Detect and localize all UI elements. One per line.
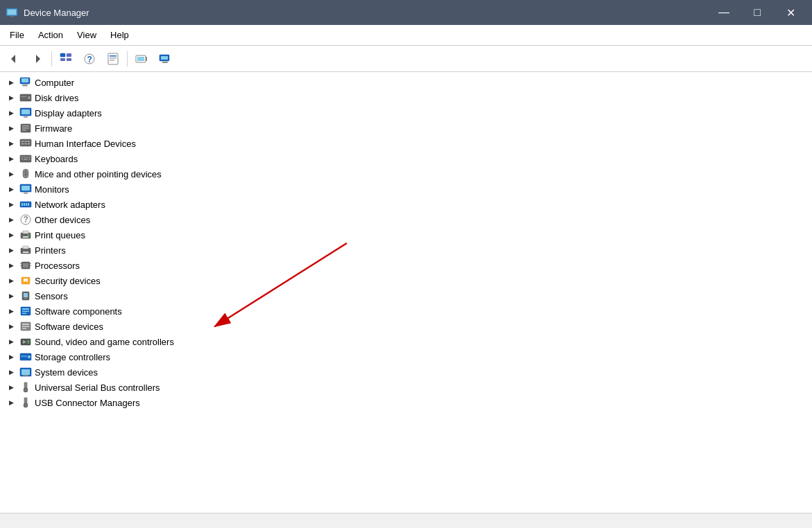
- expand-chevron-icon[interactable]: ▶: [6, 275, 17, 286]
- tree-item[interactable]: ▶Keyboards: [0, 151, 812, 166]
- svg-rect-1: [8, 10, 16, 15]
- tree-item[interactable]: ▶?Other devices: [0, 212, 812, 227]
- device-category-label: Other devices: [35, 215, 90, 225]
- tree-item[interactable]: ▶Sensors: [0, 288, 812, 303]
- device-category-label: Sound, video and game controllers: [35, 337, 174, 347]
- tree-item[interactable]: ▶Security devices: [0, 273, 812, 288]
- tree-item[interactable]: ▶Software devices: [0, 319, 812, 334]
- svg-rect-70: [23, 252, 28, 253]
- menu-bar: File Action View Help: [0, 25, 812, 46]
- svg-rect-47: [29, 157, 31, 158]
- device-category-icon: [19, 351, 32, 363]
- expand-chevron-icon[interactable]: ▶: [6, 260, 17, 271]
- svg-rect-100: [23, 375, 28, 376]
- maximize-button[interactable]: □: [741, 0, 773, 25]
- device-category-icon: [19, 183, 32, 195]
- tree-item[interactable]: ▶Software components: [0, 303, 812, 319]
- window-controls: — □ ✕: [708, 0, 806, 25]
- svg-point-96: [28, 355, 31, 358]
- device-category-icon: [19, 244, 32, 256]
- expand-chevron-icon[interactable]: ▶: [6, 123, 17, 134]
- svg-rect-34: [22, 127, 29, 129]
- tree-item[interactable]: ▶Network adapters: [0, 197, 812, 212]
- svg-rect-30: [21, 109, 30, 114]
- svg-rect-99: [21, 369, 30, 375]
- expand-chevron-icon[interactable]: ▶: [6, 306, 17, 317]
- expand-chevron-icon[interactable]: ▶: [6, 214, 17, 225]
- tree-item[interactable]: ▶Print queues: [0, 227, 812, 243]
- window-title: Device Manager: [24, 8, 89, 18]
- expand-chevron-icon[interactable]: ▶: [6, 77, 17, 88]
- tree-item[interactable]: ▶USB Connector Managers: [0, 395, 812, 410]
- device-category-label: Security devices: [35, 276, 101, 286]
- expand-chevron-icon[interactable]: ▶: [6, 290, 17, 301]
- expand-chevron-icon[interactable]: ▶: [6, 168, 17, 179]
- help-button[interactable]: ?: [78, 49, 101, 69]
- expand-chevron-icon[interactable]: ▶: [6, 107, 17, 118]
- svg-rect-2: [10, 16, 14, 17]
- svg-rect-23: [21, 78, 28, 82]
- device-category-label: Storage controllers: [35, 352, 110, 362]
- expand-chevron-icon[interactable]: ▶: [6, 153, 17, 164]
- device-category-icon: [19, 305, 32, 317]
- svg-rect-33: [22, 125, 29, 127]
- tree-item[interactable]: ▶Monitors: [0, 182, 812, 197]
- menu-action[interactable]: Action: [31, 27, 70, 43]
- scan-button[interactable]: [130, 49, 153, 69]
- expand-chevron-icon[interactable]: ▶: [6, 367, 17, 378]
- svg-point-67: [28, 234, 30, 236]
- tree-item[interactable]: ▶Firmware: [0, 121, 812, 136]
- tree-item[interactable]: ▶Disk drives: [0, 90, 812, 105]
- device-category-icon: [19, 396, 32, 409]
- device-category-label: Human Interface Devices: [35, 139, 136, 149]
- svg-rect-82: [25, 298, 27, 299]
- back-button[interactable]: [3, 49, 25, 69]
- svg-rect-90: [22, 328, 26, 330]
- menu-help[interactable]: Help: [103, 27, 136, 43]
- tree-item[interactable]: ▶Processors: [0, 258, 812, 273]
- device-tree[interactable]: ▶Computer▶Disk drives▶Display adapters▶F…: [0, 72, 812, 413]
- tree-item[interactable]: ▶Human Interface Devices: [0, 136, 812, 151]
- menu-file[interactable]: File: [3, 27, 31, 43]
- update-button[interactable]: [154, 49, 176, 69]
- tree-item[interactable]: ▶Mice and other pointing devices: [0, 166, 812, 182]
- tree-item[interactable]: ▶Storage controllers: [0, 349, 812, 364]
- tree-item[interactable]: ▶System devices: [0, 364, 812, 380]
- tree-item[interactable]: ▶Sound, video and game controllers: [0, 334, 812, 349]
- expand-chevron-icon[interactable]: ▶: [6, 245, 17, 256]
- expand-chevron-icon[interactable]: ▶: [6, 382, 17, 393]
- svg-rect-58: [21, 203, 23, 206]
- properties-button[interactable]: [102, 49, 124, 69]
- svg-rect-31: [24, 116, 28, 118]
- expand-chevron-icon[interactable]: ▶: [6, 184, 17, 195]
- expand-chevron-icon[interactable]: ▶: [6, 351, 17, 362]
- menu-view[interactable]: View: [70, 27, 103, 43]
- device-category-label: Firmware: [35, 123, 72, 134]
- svg-rect-56: [24, 193, 28, 194]
- close-button[interactable]: ✕: [775, 0, 806, 25]
- minimize-button[interactable]: —: [708, 0, 740, 25]
- device-category-label: Keyboards: [35, 154, 78, 164]
- svg-rect-86: [22, 313, 26, 315]
- expand-chevron-icon[interactable]: ▶: [6, 199, 17, 210]
- expand-chevron-icon[interactable]: ▶: [6, 336, 17, 347]
- svg-rect-8: [67, 58, 71, 61]
- expand-chevron-icon[interactable]: ▶: [6, 397, 17, 408]
- tree-item[interactable]: ▶Display adapters: [0, 105, 812, 121]
- expand-chevron-icon[interactable]: ▶: [6, 92, 17, 103]
- device-category-label: Universal Serial Bus controllers: [35, 382, 160, 393]
- svg-rect-55: [21, 186, 30, 191]
- svg-rect-45: [24, 157, 26, 158]
- expand-chevron-icon[interactable]: ▶: [6, 229, 17, 240]
- expand-chevron-icon[interactable]: ▶: [6, 321, 17, 332]
- forward-button[interactable]: [26, 49, 49, 69]
- svg-rect-89: [22, 326, 29, 328]
- tree-item[interactable]: ▶Computer: [0, 75, 812, 90]
- svg-rect-42: [28, 143, 30, 145]
- expand-chevron-icon[interactable]: ▶: [6, 138, 17, 149]
- tree-item[interactable]: ▶Universal Serial Bus controllers: [0, 380, 812, 395]
- tree-view-button[interactable]: [55, 49, 77, 69]
- tree-item[interactable]: ▶Printers: [0, 243, 812, 258]
- device-category-label: System devices: [35, 367, 98, 378]
- device-category-icon: [19, 381, 32, 394]
